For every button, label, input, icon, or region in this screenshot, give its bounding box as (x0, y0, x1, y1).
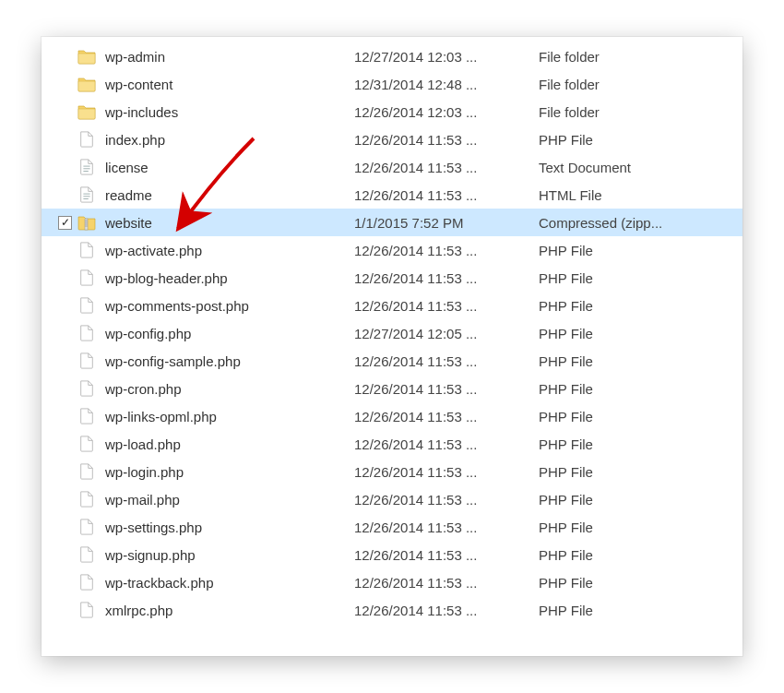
file-name: wp-activate.php (105, 243, 202, 258)
file-type: PHP File (539, 298, 733, 314)
file-type: Text Document (539, 160, 733, 175)
file-row[interactable]: index.php 12/26/2014 11:53 ... PHP File (42, 125, 742, 153)
file-type: PHP File (539, 464, 733, 480)
file-name: website (105, 215, 152, 231)
file-row[interactable]: wp-comments-post.php 12/26/2014 11:53 ..… (42, 292, 742, 319)
file-name: license (105, 160, 148, 175)
file-name: wp-config.php (105, 326, 191, 341)
file-type: Compressed (zipp... (539, 215, 733, 231)
file-icon (77, 601, 96, 619)
file-name: wp-cron.php (105, 381, 182, 397)
file-type: PHP File (539, 492, 733, 508)
file-row[interactable]: wp-settings.php 12/26/2014 11:53 ... PHP… (42, 513, 742, 541)
file-name: wp-signup.php (105, 547, 196, 563)
text-icon (77, 158, 96, 176)
file-name: wp-load.php (105, 436, 181, 452)
file-type: PHP File (539, 436, 733, 452)
file-row[interactable]: wp-config-sample.php 12/26/2014 11:53 ..… (42, 347, 742, 375)
file-type: PHP File (539, 381, 733, 397)
file-row[interactable]: wp-activate.php 12/26/2014 11:53 ... PHP… (42, 236, 742, 264)
file-row[interactable]: xmlrpc.php 12/26/2014 11:53 ... PHP File (42, 596, 742, 624)
zip-icon (77, 213, 96, 232)
file-type: PHP File (539, 132, 733, 148)
file-name: wp-content (105, 77, 172, 92)
file-date: 12/26/2014 11:53 ... (354, 492, 539, 508)
file-row[interactable]: wp-cron.php 12/26/2014 11:53 ... PHP Fil… (42, 375, 742, 402)
file-date: 12/26/2014 11:53 ... (354, 436, 539, 452)
file-row[interactable]: wp-admin 12/27/2014 12:03 ... File folde… (42, 42, 742, 70)
file-row[interactable]: wp-mail.php 12/26/2014 11:53 ... PHP Fil… (42, 485, 742, 513)
file-row[interactable]: wp-load.php 12/26/2014 11:53 ... PHP Fil… (42, 430, 742, 458)
file-name: wp-comments-post.php (105, 298, 249, 314)
file-type: PHP File (539, 575, 733, 591)
file-name: wp-settings.php (105, 520, 202, 535)
file-type: File folder (539, 77, 733, 92)
file-row[interactable]: ✓ website 1/1/2015 7:52 PM Compressed (z… (42, 209, 742, 236)
file-type: PHP File (539, 270, 733, 286)
file-icon (77, 490, 96, 508)
file-date: 12/27/2014 12:05 ... (354, 326, 539, 341)
file-icon (77, 269, 96, 287)
file-date: 12/26/2014 11:53 ... (354, 353, 539, 369)
file-type: File folder (539, 104, 733, 120)
file-date: 12/26/2014 11:53 ... (354, 381, 539, 397)
file-icon (77, 379, 96, 398)
file-date: 12/26/2014 11:53 ... (354, 270, 539, 286)
file-type: HTML File (539, 187, 733, 203)
file-type: PHP File (539, 409, 733, 424)
file-date: 12/26/2014 11:53 ... (354, 160, 539, 175)
file-date: 12/26/2014 11:53 ... (354, 547, 539, 563)
file-date: 12/26/2014 11:53 ... (354, 132, 539, 148)
file-icon (77, 324, 96, 342)
file-date: 12/26/2014 11:53 ... (354, 575, 539, 591)
file-date: 12/31/2014 12:48 ... (354, 77, 539, 92)
file-name: index.php (105, 132, 165, 148)
folder-icon (77, 102, 96, 121)
file-row[interactable]: readme 12/26/2014 11:53 ... HTML File (42, 181, 742, 209)
file-date: 12/26/2014 11:53 ... (354, 243, 539, 258)
file-name: wp-trackback.php (105, 575, 214, 591)
file-date: 12/26/2014 11:53 ... (354, 409, 539, 424)
file-date: 12/27/2014 12:03 ... (354, 49, 539, 65)
file-row[interactable]: wp-links-opml.php 12/26/2014 11:53 ... P… (42, 402, 742, 430)
file-row[interactable]: wp-includes 12/26/2014 12:03 ... File fo… (42, 98, 742, 125)
file-name: wp-mail.php (105, 492, 180, 508)
file-name: wp-links-opml.php (105, 409, 217, 424)
file-type: PHP File (539, 603, 733, 618)
file-date: 12/26/2014 11:53 ... (354, 520, 539, 535)
row-checkbox[interactable]: ✓ (58, 216, 72, 230)
file-date: 12/26/2014 11:53 ... (354, 464, 539, 480)
file-list[interactable]: wp-admin 12/27/2014 12:03 ... File folde… (42, 37, 742, 629)
file-row[interactable]: wp-signup.php 12/26/2014 11:53 ... PHP F… (42, 541, 742, 568)
file-type: PHP File (539, 243, 733, 258)
file-row[interactable]: wp-login.php 12/26/2014 11:53 ... PHP Fi… (42, 458, 742, 485)
file-icon (77, 573, 96, 591)
file-explorer-window: wp-admin 12/27/2014 12:03 ... File folde… (42, 37, 742, 656)
file-row[interactable]: wp-config.php 12/27/2014 12:05 ... PHP F… (42, 319, 742, 347)
file-date: 12/26/2014 11:53 ... (354, 603, 539, 618)
file-name: xmlrpc.php (105, 603, 172, 618)
file-icon (77, 407, 96, 425)
file-icon (77, 545, 96, 564)
file-icon (77, 518, 96, 536)
folder-icon (77, 75, 96, 93)
file-date: 1/1/2015 7:52 PM (354, 215, 539, 231)
file-date: 12/26/2014 11:53 ... (354, 187, 539, 203)
file-row[interactable]: wp-trackback.php 12/26/2014 11:53 ... PH… (42, 568, 742, 596)
file-icon (77, 462, 96, 481)
file-icon (77, 130, 96, 149)
file-type: PHP File (539, 353, 733, 369)
file-type: PHP File (539, 326, 733, 341)
file-row[interactable]: wp-content 12/31/2014 12:48 ... File fol… (42, 70, 742, 98)
file-row[interactable]: license 12/26/2014 11:53 ... Text Docume… (42, 153, 742, 181)
folder-icon (77, 47, 96, 66)
file-row[interactable]: wp-blog-header.php 12/26/2014 11:53 ... … (42, 264, 742, 292)
file-name: wp-blog-header.php (105, 270, 228, 286)
file-icon (77, 241, 96, 259)
file-date: 12/26/2014 12:03 ... (354, 104, 539, 120)
file-icon (77, 296, 96, 315)
file-name: wp-config-sample.php (105, 353, 241, 369)
text-icon (77, 185, 96, 204)
file-name: readme (105, 187, 152, 203)
file-name: wp-admin (105, 49, 165, 65)
